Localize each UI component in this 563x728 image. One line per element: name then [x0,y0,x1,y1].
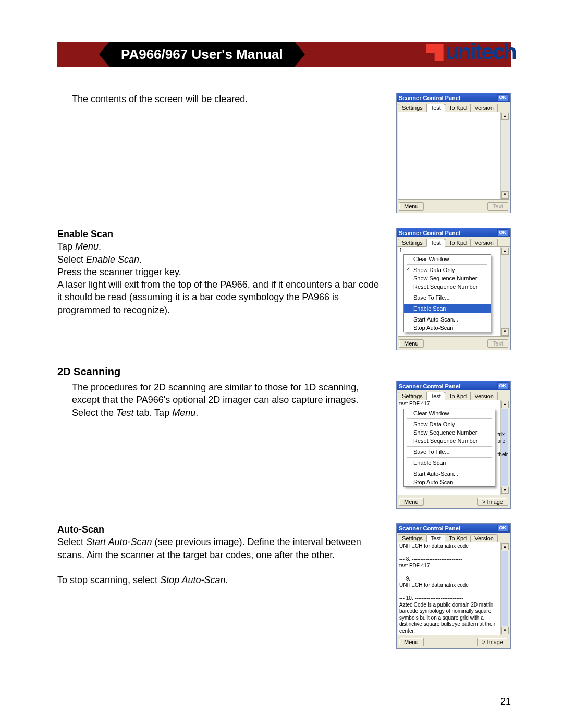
menu-item-reset-seq[interactable]: Reset Sequence Number [404,437,495,445]
tab-version[interactable]: Version [470,392,498,400]
enable-scan-block: Enable Scan Tap Menu. Select Enable Scan… [57,228,381,316]
t: tab. Tap [133,408,172,418]
menu-item-show-data-only[interactable]: Show Data Only [404,266,491,274]
section-heading-2d: 2D Scanning [57,366,511,378]
scrollbar[interactable]: ▲▼ [500,112,509,199]
intro-text: The contents of the screen will be clear… [72,93,381,105]
tab-tokpd[interactable]: To Kpd [445,392,471,400]
start-auto-ref: Start Auto-Scan [86,537,152,547]
t: A laser light will exit from the top of … [57,279,379,315]
menu-item-show-data-only[interactable]: Show Data Only [404,420,495,428]
menu-item-save-to-file[interactable]: Save To File... [404,448,495,456]
2d-para: The procedures for 2D scanning are simil… [72,381,381,419]
tab-test[interactable]: Test [426,104,445,112]
window-title: Scanner Control Panel [399,525,460,532]
result-line [399,589,499,596]
result-line: --- 10. ---------------------------- [399,595,499,602]
tab-test[interactable]: Test [426,392,445,400]
ok-button[interactable]: OK [497,229,509,236]
tab-test[interactable]: Test [426,239,445,247]
menu-item-enable-scan[interactable]: Enable Scan [404,304,491,313]
enable-scan-ref: Enable Scan [86,254,139,265]
scroll-up-icon[interactable]: ▲ [501,248,509,255]
tab-tokpd[interactable]: To Kpd [445,239,471,246]
menu-item-stop-auto[interactable]: Stop Auto-Scan [404,478,495,486]
context-menu: Clear Window Show Data Only Show Sequenc… [403,409,495,487]
scroll-up-icon[interactable]: ▲ [501,113,509,120]
image-button[interactable]: > Image [477,638,508,646]
tab-strip: Settings Test To Kpd Version [397,237,510,247]
menu-item-enable-scan[interactable]: Enable Scan [404,459,495,467]
scroll-down-icon[interactable]: ▼ [501,487,509,494]
menu-item-stop-auto[interactable]: Stop Auto-Scan [404,324,491,332]
scroll-up-icon[interactable]: ▲ [501,401,509,408]
result-line: --- 9. ----------------------------- [399,576,499,583]
text-button[interactable]: Text [487,339,508,348]
menu-button[interactable]: Menu [399,339,424,348]
tab-strip: Settings Test To Kpd Version [397,533,510,542]
menu-item-start-auto[interactable]: Start Auto-Scan... [404,315,491,324]
menu-item-start-auto[interactable]: Start Auto-Scan... [404,470,495,478]
image-button[interactable]: > Image [477,498,508,506]
t: . [139,254,142,265]
menu-item-reset-seq[interactable]: Reset Sequence Number [404,282,491,291]
tab-version[interactable]: Version [470,534,498,542]
scroll-down-icon[interactable]: ▼ [501,627,509,634]
result-line: UNITECH for datamatrix code [399,543,499,550]
context-menu: Clear Window Show Data Only Show Sequenc… [403,254,491,332]
screenshot-scan-results: Scanner Control PanelOK Settings Test To… [396,523,511,649]
t: Tap [57,241,75,252]
tab-version[interactable]: Version [470,104,498,112]
menu-item-save-to-file[interactable]: Save To File... [404,293,491,302]
result-line: --- 8. ----------------------------- [399,556,499,563]
tab-settings[interactable]: Settings [398,104,427,112]
t: Press the scanner trigger key. [57,267,181,277]
brand-logo: unitech [426,40,516,65]
menu-button[interactable]: Menu [399,202,424,211]
enable-scan-heading: Enable Scan [57,229,113,239]
t: . [195,408,198,418]
stop-auto-ref: Stop Auto-Scan [160,575,225,585]
brand-mark-icon [426,44,444,61]
menu-button[interactable]: Menu [399,638,424,646]
window-title: Scanner Control Panel [399,383,460,389]
screenshot-blank-panel: Scanner Control PanelOK Settings Test To… [396,93,511,213]
bg-text: their [498,452,500,459]
tab-settings[interactable]: Settings [398,392,427,400]
menu-item-show-seq[interactable]: Show Sequence Number [404,274,491,282]
result-line [399,569,499,576]
tab-tokpd[interactable]: To Kpd [445,104,471,112]
t: . [99,241,101,252]
result-line: UNITECH for datamatrix code [399,582,499,589]
tab-strip: Settings Test To Kpd Version [397,390,510,400]
page-number: 21 [500,696,511,707]
result-line [399,550,499,557]
menu-ref: Menu [75,241,99,252]
bg-text: trix [498,431,500,438]
ok-button[interactable]: OK [497,525,509,532]
t: To stop scanning, select [57,575,160,585]
menu-item-show-seq[interactable]: Show Sequence Number [404,428,495,437]
scroll-up-icon[interactable]: ▲ [501,543,509,550]
text-button[interactable]: Text [487,202,508,211]
page-title: PA966/967 User's Manual [109,42,295,67]
menu-item-clear-window[interactable]: Clear Window [404,255,491,263]
menu-item-clear-window[interactable]: Clear Window [404,409,495,417]
ok-button[interactable]: OK [497,94,509,101]
scrollbar[interactable]: ▲▼ [500,247,509,336]
screenshot-2d-menu: Scanner Control PanelOK Settings Test To… [396,381,511,509]
scroll-down-icon[interactable]: ▼ [501,328,509,336]
tab-settings[interactable]: Settings [398,534,427,542]
auto-scan-block: Auto-Scan Select Start Auto-Scan (see pr… [57,523,381,586]
brand-text: unitech [446,40,516,65]
tab-settings[interactable]: Settings [398,239,427,246]
tab-tokpd[interactable]: To Kpd [445,534,471,542]
scroll-down-icon[interactable]: ▼ [501,191,509,199]
tab-strip: Settings Test To Kpd Version [397,102,510,112]
scrollbar[interactable]: ▲▼ [500,542,509,635]
menu-button[interactable]: Menu [399,498,424,506]
ok-button[interactable]: OK [497,382,509,389]
tab-version[interactable]: Version [470,239,498,246]
tab-test[interactable]: Test [426,534,445,542]
t: Select [57,254,86,265]
